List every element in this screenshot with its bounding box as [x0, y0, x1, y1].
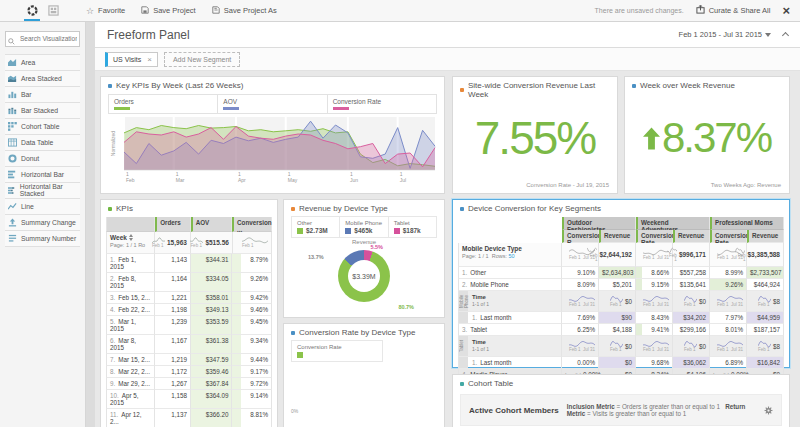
card-bullet [108, 84, 112, 88]
sidebar-item-area-stacked[interactable]: Area Stacked [5, 71, 80, 87]
column-header[interactable]: Revenue [599, 230, 636, 243]
svg-text:May: May [288, 177, 298, 183]
legend-item-tablet[interactable]: Tablet$187k [389, 217, 436, 237]
column-header[interactable]: Conversion ... [232, 217, 272, 232]
sidebar-item-donut[interactable]: Donut [5, 151, 80, 167]
save-project-button[interactable]: Save Project [141, 6, 196, 16]
sidebar-item-horizontal-bar-stacked[interactable]: Horizontal Bar Stacked [5, 183, 80, 199]
device-table-row[interactable]: 3.Tablet6.25%$4,1889.41%$299,1668.01%$18… [458, 324, 784, 336]
kpis-table-row[interactable]: 11.Apr 12, 2...1,137$366.208.81% [106, 409, 272, 427]
kpis-data-table: OrdersAOVConversion ...Week Page: 1 / 1 … [106, 217, 272, 427]
svg-text:Apr: Apr [238, 177, 246, 183]
kpis-table-row[interactable]: 5.Mar 1, 20151,239$353.599.45% [106, 316, 272, 335]
group-header[interactable]: Outdoor Fashionistas [562, 217, 636, 230]
device-table-row[interactable]: 2.Mobile Phone8.09%$5,2019.15%$135,6419.… [458, 279, 784, 291]
time-breakdown-row[interactable]: TabletTime1-1 of 1Feb 1 Jul 31Feb 1$0Feb… [458, 336, 784, 357]
sidebar-item-horizontal-bar[interactable]: Horizontal Bar [5, 167, 80, 183]
column-header[interactable]: Conversion Rate [636, 230, 673, 243]
column-header[interactable]: Conversion Rate [710, 230, 747, 243]
time-breakdown-row[interactable]: Mobile PhoneTime1-1 of 1Feb 1 Jul 31Feb … [458, 291, 784, 312]
sidebar-item-bar-stacked[interactable]: Bar Stacked [5, 103, 80, 119]
svg-text:Feb: Feb [126, 177, 135, 183]
svg-text:Normalized: Normalized [110, 131, 116, 157]
panels-grid-icon[interactable] [48, 2, 59, 20]
kpis-table-row[interactable]: 1.Feb 1, 20151,143$344.318.79% [106, 254, 272, 273]
column-header[interactable]: Revenue [747, 230, 784, 243]
sort-icon[interactable] [129, 234, 133, 241]
gear-icon[interactable] [764, 401, 773, 419]
sidebar-item-data-table[interactable]: Data Table [5, 135, 80, 151]
date-range-selector[interactable]: Feb 1 2015 - Jul 31 2015 [679, 30, 771, 39]
group-header[interactable]: Professional Moms [710, 217, 784, 230]
sidebar-item-summary-change[interactable]: Summary Change [5, 215, 80, 231]
card-key-kpis-by-week[interactable]: Key KPIs By Week (Last 26 Weeks) OrdersA… [100, 76, 445, 194]
card-sitewide-conversion[interactable]: Site-wide Conversion Revenue Last Week 7… [452, 76, 618, 194]
device-table-row[interactable]: 1.Last month7.69%$908.43%$34,2027.97%$44… [458, 312, 784, 324]
column-header[interactable]: AOV [191, 217, 232, 232]
card-cohort-table[interactable]: Cohort Table Active Cohort Members Inclu… [452, 374, 790, 427]
legend-swatch [223, 107, 239, 110]
data-table-icon [8, 138, 17, 147]
segment-chip-us-visits[interactable]: US Visits × [105, 52, 158, 67]
search-visualizations-input[interactable] [5, 31, 80, 47]
star-icon: ☆ [86, 6, 94, 16]
kpis-table-row[interactable]: 4.Feb 22, 2...1,198$349.139.46% [106, 304, 272, 316]
kpis-table-row[interactable]: 9.Mar 29, 2...1,267$367.849.72% [106, 378, 272, 390]
kpis-table-row[interactable]: 10.Apr 5, 20151,158$364.099.14% [106, 390, 272, 409]
kpis-table-row[interactable]: 7.Mar 15, 2...1,219$347.599.44% [106, 354, 272, 366]
group-header[interactable]: Weekend Adventurers [636, 217, 710, 230]
device-table-row[interactable]: 1.Other9.10%$2,634,8038.66%$557,2588.99%… [458, 267, 784, 279]
save-as-icon [212, 6, 220, 16]
save-project-as-button[interactable]: Save Project As [212, 6, 277, 16]
dashboard-canvas: Key KPIs By Week (Last 26 Weeks) OrdersA… [95, 71, 800, 427]
top-toolbar: ☆ Favorite Save Project Save Project As … [0, 0, 800, 22]
summary-footnote: Conversion Rate - Jul 19, 2015 [526, 182, 609, 188]
sidebar-item-line[interactable]: Line [5, 199, 80, 215]
svg-text:Mar: Mar [176, 177, 185, 183]
card-conversion-by-device[interactable]: Conversion Rate by Device Type Conversio… [283, 323, 445, 427]
kpis-table-row[interactable]: 8.Mar 22, 2...1,172$359.469.17% [106, 366, 272, 378]
collapse-panel-icon[interactable] [782, 32, 789, 39]
card-bullet [632, 84, 636, 88]
legend-item-conversion-rate[interactable]: Conversion Rate [328, 94, 437, 114]
curate-share-button[interactable]: Curate & Share All [696, 5, 771, 16]
column-header[interactable]: Conversion R... [562, 230, 599, 243]
segment-row: US Visits × Add New Segment [95, 48, 800, 71]
sidebar-item-area[interactable]: Area [5, 55, 80, 71]
sidebar-item-label: Bar Stacked [21, 107, 58, 114]
card-bullet [460, 88, 464, 92]
sidebar-item-summary-number[interactable]: Summary Number [5, 231, 80, 247]
sidebar-item-label: Bar [21, 91, 32, 98]
column-header[interactable]: Revenue [673, 230, 710, 243]
summary-number: 7.55% [461, 103, 609, 173]
sidebar-item-bar[interactable]: Bar [5, 87, 80, 103]
remove-segment-icon[interactable]: × [147, 55, 152, 64]
legend-item-other[interactable]: Other$2.73M [292, 217, 340, 237]
legend-swatch [114, 107, 130, 110]
legend-item-orders[interactable]: Orders [108, 94, 218, 114]
close-icon[interactable]: × [782, 4, 790, 17]
kpis-table-row[interactable]: 6.Mar 8, 20151,167$361.389.34% [106, 335, 272, 354]
kpis-table-row[interactable]: 3.Feb 15, 2...1,221$358.019.42% [106, 292, 272, 304]
favorite-button[interactable]: ☆ Favorite [86, 6, 125, 16]
unsaved-changes-text: There are unsaved changes. [595, 7, 684, 14]
device-table-row[interactable]: 1.Last month0.00%$09.68%$36,0626.89%$16,… [458, 357, 784, 369]
card-device-conversion[interactable]: Device Conversion for Key Segments Outdo… [452, 199, 790, 368]
device-totals-row: Mobile Device TypePage: 1 / 1 Rows: 50Fe… [458, 243, 784, 267]
column-header[interactable]: Orders [155, 217, 190, 232]
save-icon [141, 6, 149, 16]
summary-change-icon [8, 218, 17, 227]
donut-pct-tablet: 5.5% [370, 244, 383, 250]
card-revenue-by-device[interactable]: Revenue by Device Type Other$2.73MMobile… [283, 199, 445, 318]
card-kpis-table[interactable]: KPIs OrdersAOVConversion ...Week Page: 1… [100, 199, 278, 427]
add-new-segment-button[interactable]: Add New Segment [164, 52, 240, 67]
horizontal-bar-icon [8, 170, 17, 179]
sidebar-item-label: Summary Number [21, 235, 76, 242]
sidebar-item-cohort-table[interactable]: Cohort Table [5, 119, 80, 135]
kpis-table-row[interactable]: 2.Feb 8, 20151,164$334.059.26% [106, 273, 272, 292]
workspace-logo-icon[interactable] [27, 2, 38, 20]
legend-item-aov[interactable]: AOV [218, 94, 327, 114]
card-week-over-week[interactable]: Week over Week Revenue 8.37% Two Weeks A… [624, 76, 790, 194]
summary-change: 8.37% [633, 103, 781, 173]
legend-item-mobile-phone[interactable]: Mobile Phone$465k [340, 217, 388, 237]
